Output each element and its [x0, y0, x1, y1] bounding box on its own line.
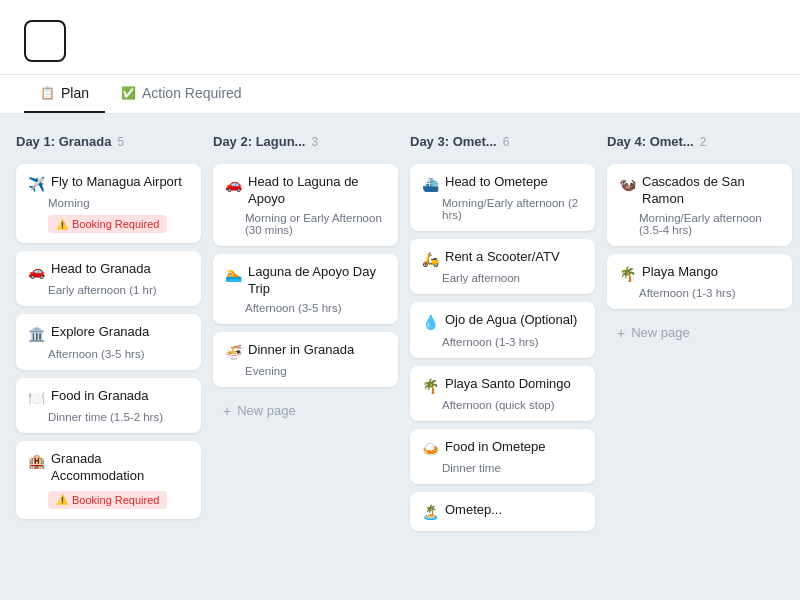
- card-subtitle-1-0: Morning or Early Afternoon (30 mins): [225, 212, 386, 236]
- card-emoji-2-1: 🛵: [422, 250, 439, 268]
- card-2-0[interactable]: ⛴️ Head to Ometepe Morning/Early afterno…: [410, 164, 595, 231]
- card-subtitle-0-1: Early afternoon (1 hr): [28, 284, 189, 296]
- card-title-1-0: 🚗 Head to Laguna de Apoyo: [225, 174, 386, 208]
- card-3-1[interactable]: 🌴 Playa Mango Afternoon (1-3 hrs): [607, 254, 792, 309]
- column-1: Day 2: Lagun...3 🚗 Head to Laguna de Apo…: [213, 130, 398, 568]
- card-title-0-1: 🚗 Head to Granada: [28, 261, 189, 280]
- card-badge-0-0: ⚠️ Booking Required: [48, 215, 167, 233]
- card-emoji-2-2: 💧: [422, 313, 439, 331]
- card-subtitle-1-2: Evening: [225, 365, 386, 377]
- card-2-2[interactable]: 💧 Ojo de Agua (Optional) Afternoon (1-3 …: [410, 302, 595, 357]
- new-page-label-1: New page: [237, 403, 296, 418]
- column-header-1: Day 2: Lagun...3: [213, 130, 398, 156]
- column-title-3: Day 4: Omet...: [607, 134, 694, 149]
- column-0: Day 1: Granada5 ✈️ Fly to Managua Airpor…: [16, 130, 201, 568]
- column-header-2: Day 3: Omet...6: [410, 130, 595, 156]
- new-page-button-3[interactable]: +New page: [607, 317, 792, 349]
- column-title-0: Day 1: Granada: [16, 134, 111, 149]
- card-title-3-1: 🌴 Playa Mango: [619, 264, 780, 283]
- column-title-2: Day 3: Omet...: [410, 134, 497, 149]
- card-emoji-0-3: 🍽️: [28, 389, 45, 407]
- card-emoji-1-0: 🚗: [225, 175, 242, 193]
- card-emoji-0-0: ✈️: [28, 175, 45, 193]
- tab-plan[interactable]: 📋Plan: [24, 75, 105, 113]
- card-0-3[interactable]: 🍽️ Food in Granada Dinner time (1.5-2 hr…: [16, 378, 201, 433]
- board: Day 1: Granada5 ✈️ Fly to Managua Airpor…: [0, 114, 800, 584]
- new-page-button-1[interactable]: +New page: [213, 395, 398, 427]
- card-emoji-0-2: 🏛️: [28, 325, 45, 343]
- card-title-1-1: 🏊 Laguna de Apoyo Day Trip: [225, 264, 386, 298]
- card-emoji-0-4: 🏨: [28, 452, 45, 470]
- card-title-2-2: 💧 Ojo de Agua (Optional): [422, 312, 583, 331]
- plan-tab-label: Plan: [61, 85, 89, 101]
- card-emoji-2-4: 🍛: [422, 440, 439, 458]
- card-emoji-2-3: 🌴: [422, 377, 439, 395]
- card-title-2-5: 🏝️ Ometep...: [422, 502, 583, 521]
- card-subtitle-3-0: Morning/Early afternoon (3.5-4 hrs): [619, 212, 780, 236]
- column-header-0: Day 1: Granada5: [16, 130, 201, 156]
- card-subtitle-2-4: Dinner time: [422, 462, 583, 474]
- notion-icon: [24, 20, 66, 62]
- card-0-0[interactable]: ✈️ Fly to Managua Airport Morning ⚠️ Boo…: [16, 164, 201, 243]
- card-emoji-0-1: 🚗: [28, 262, 45, 280]
- column-header-3: Day 4: Omet...2: [607, 130, 792, 156]
- card-emoji-1-1: 🏊: [225, 265, 242, 283]
- action-required-tab-label: Action Required: [142, 85, 242, 101]
- card-title-0-3: 🍽️ Food in Granada: [28, 388, 189, 407]
- card-0-1[interactable]: 🚗 Head to Granada Early afternoon (1 hr): [16, 251, 201, 306]
- action-required-tab-icon: ✅: [121, 86, 136, 100]
- card-2-3[interactable]: 🌴 Playa Santo Domingo Afternoon (quick s…: [410, 366, 595, 421]
- card-subtitle-1-1: Afternoon (3-5 hrs): [225, 302, 386, 314]
- card-subtitle-3-1: Afternoon (1-3 hrs): [619, 287, 780, 299]
- tab-action-required[interactable]: ✅Action Required: [105, 75, 258, 113]
- plus-icon-1: +: [223, 403, 231, 419]
- header: [0, 0, 800, 75]
- card-2-4[interactable]: 🍛 Food in Ometepe Dinner time: [410, 429, 595, 484]
- column-count-0: 5: [117, 135, 124, 149]
- card-subtitle-2-1: Early afternoon: [422, 272, 583, 284]
- card-1-1[interactable]: 🏊 Laguna de Apoyo Day Trip Afternoon (3-…: [213, 254, 398, 324]
- card-title-0-4: 🏨 Granada Accommodation: [28, 451, 189, 485]
- card-subtitle-2-0: Morning/Early afternoon (2 hrs): [422, 197, 583, 221]
- card-emoji-2-5: 🏝️: [422, 503, 439, 521]
- card-0-4[interactable]: 🏨 Granada Accommodation ⚠️ Booking Requi…: [16, 441, 201, 519]
- column-3: Day 4: Omet...2 🦦 Cascados de San Ramon …: [607, 130, 792, 568]
- badge-icon-0-4: ⚠️: [56, 494, 68, 505]
- card-0-2[interactable]: 🏛️ Explore Granada Afternoon (3-5 hrs): [16, 314, 201, 369]
- card-emoji-1-2: 🍜: [225, 343, 242, 361]
- card-badge-0-4: ⚠️ Booking Required: [48, 491, 167, 509]
- card-emoji-2-0: ⛴️: [422, 175, 439, 193]
- column-2: Day 3: Omet...6 ⛴️ Head to Ometepe Morni…: [410, 130, 595, 568]
- badge-icon-0-0: ⚠️: [56, 219, 68, 230]
- card-title-0-2: 🏛️ Explore Granada: [28, 324, 189, 343]
- card-subtitle-0-3: Dinner time (1.5-2 hrs): [28, 411, 189, 423]
- card-title-2-0: ⛴️ Head to Ometepe: [422, 174, 583, 193]
- card-emoji-3-0: 🦦: [619, 175, 636, 193]
- card-emoji-3-1: 🌴: [619, 265, 636, 283]
- card-title-0-0: ✈️ Fly to Managua Airport: [28, 174, 189, 193]
- card-title-2-4: 🍛 Food in Ometepe: [422, 439, 583, 458]
- plan-tab-icon: 📋: [40, 86, 55, 100]
- card-title-2-1: 🛵 Rent a Scooter/ATV: [422, 249, 583, 268]
- card-subtitle-0-0: Morning: [28, 197, 189, 209]
- card-title-2-3: 🌴 Playa Santo Domingo: [422, 376, 583, 395]
- card-title-1-2: 🍜 Dinner in Granada: [225, 342, 386, 361]
- new-page-label-3: New page: [631, 325, 690, 340]
- card-3-0[interactable]: 🦦 Cascados de San Ramon Morning/Early af…: [607, 164, 792, 246]
- card-1-2[interactable]: 🍜 Dinner in Granada Evening: [213, 332, 398, 387]
- card-subtitle-0-2: Afternoon (3-5 hrs): [28, 348, 189, 360]
- card-2-1[interactable]: 🛵 Rent a Scooter/ATV Early afternoon: [410, 239, 595, 294]
- column-count-2: 6: [503, 135, 510, 149]
- plus-icon-3: +: [617, 325, 625, 341]
- card-subtitle-2-2: Afternoon (1-3 hrs): [422, 336, 583, 348]
- card-title-3-0: 🦦 Cascados de San Ramon: [619, 174, 780, 208]
- column-count-3: 2: [700, 135, 707, 149]
- card-1-0[interactable]: 🚗 Head to Laguna de Apoyo Morning or Ear…: [213, 164, 398, 246]
- card-subtitle-2-3: Afternoon (quick stop): [422, 399, 583, 411]
- column-count-1: 3: [311, 135, 318, 149]
- card-2-5[interactable]: 🏝️ Ometep...: [410, 492, 595, 531]
- column-title-1: Day 2: Lagun...: [213, 134, 305, 149]
- tabs-bar: 📋Plan✅Action Required: [0, 75, 800, 114]
